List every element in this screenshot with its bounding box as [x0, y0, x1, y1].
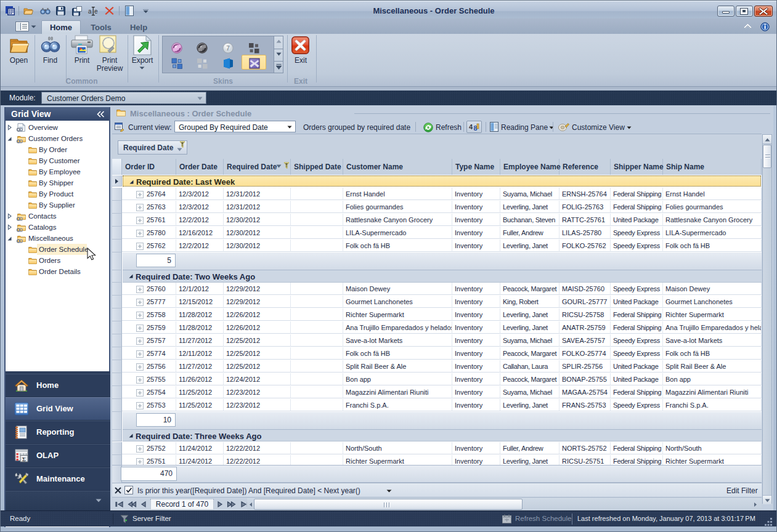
svg-text:e: e [94, 8, 98, 15]
svg-text:Σ: Σ [22, 456, 26, 462]
svg-text:a: a [88, 8, 92, 15]
svg-text:4: 4 [469, 123, 473, 131]
svg-text:7: 7 [226, 45, 230, 52]
